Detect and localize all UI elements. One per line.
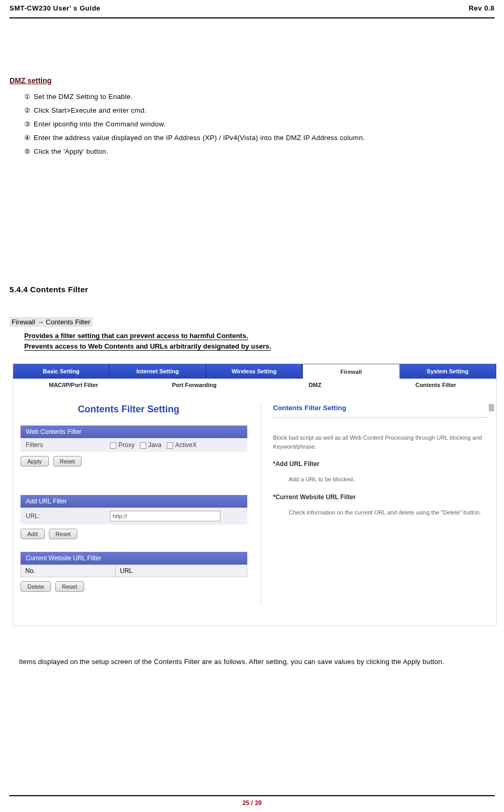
delete-button[interactable]: Delete (21, 581, 51, 592)
help-text-current-url: Check information on the current URL and… (289, 508, 489, 517)
url-row: URL: (21, 508, 247, 524)
tab-wireless-setting[interactable]: Wireless Setting (206, 364, 303, 379)
sub-tabs: MAC/IP/Port Filter Port Forwarding DMZ C… (13, 379, 496, 391)
settings-form: Contents Filter Setting Web Contents Fil… (21, 404, 247, 605)
subtab-dmz[interactable]: DMZ (255, 379, 376, 391)
checkbox-proxy[interactable] (110, 442, 116, 449)
dmz-steps: ①Set the DMZ Setting to Enable. ②Click S… (24, 90, 495, 159)
reset-button-2[interactable]: Reset (49, 529, 78, 539)
page-title: Contents Filter Setting (21, 404, 247, 415)
list-item: ④Enter the address value displayed on th… (24, 131, 495, 145)
help-intro: Block bad script as well as all Web Cont… (273, 433, 489, 451)
url-label: URL: (26, 512, 105, 520)
subtab-contents-filter[interactable]: Contents Filter (376, 379, 497, 391)
checkbox-label: ActiveX (175, 441, 197, 449)
doc-title: SMT-CW230 User' s Guide (9, 4, 100, 12)
footer-rule (9, 795, 495, 796)
top-tabs: Basic Setting Internet Setting Wireless … (13, 364, 496, 379)
help-sub-current-url: *Current Website URL Filter (273, 493, 489, 501)
scrollbar-indicator[interactable] (489, 404, 494, 411)
col-no: No. (21, 565, 116, 577)
add-url-filter-header: Add URL Filter (21, 495, 247, 508)
header-rule (9, 17, 495, 18)
checkbox-label: Java (148, 441, 162, 449)
doc-rev: Rev 0.8 (469, 4, 495, 12)
page-number: 25 / 39 (0, 799, 504, 807)
desc-line-2: Prevents access to Web Contents and URLs… (24, 342, 271, 351)
apply-button[interactable]: Apply (21, 456, 49, 467)
step-text: Click Start>Execute and enter cmd. (34, 106, 146, 114)
col-url: URL (116, 565, 247, 577)
step-num: ⑤ (24, 145, 34, 159)
step-num: ④ (24, 131, 34, 145)
subtab-mac-ip-port-filter[interactable]: MAC/IP/Port Filter (13, 379, 134, 391)
bottom-note: Items displayed on the setup screen of t… (9, 658, 495, 666)
checkbox-activex[interactable] (167, 442, 173, 449)
checkbox-label: Proxy (118, 441, 135, 449)
add-button[interactable]: Add (21, 529, 45, 539)
tab-firewall[interactable]: Firewall (303, 364, 399, 379)
list-item: ②Click Start>Execute and enter cmd. (24, 104, 495, 117)
step-num: ② (24, 104, 34, 117)
reset-button-3[interactable]: Reset (55, 581, 84, 592)
step-text: Click the 'Apply' button. (34, 147, 108, 155)
help-panel: Contents Filter Setting Block bad script… (261, 404, 489, 605)
help-sub-add-url: *Add URL Filter (273, 460, 489, 468)
step-num: ③ (24, 117, 34, 131)
web-contents-filter-header: Web Contents Filter (21, 425, 247, 438)
reset-button[interactable]: Reset (53, 456, 82, 467)
filters-label: Filters (26, 441, 105, 449)
section-heading: 5.4.4 Contents Filter (9, 285, 495, 294)
subtab-port-forwarding[interactable]: Port Forwarding (134, 379, 255, 391)
list-item: ①Set the DMZ Setting to Enable. (24, 90, 495, 104)
step-text: Enter the address value displayed on the… (34, 134, 365, 142)
tab-basic-setting[interactable]: Basic Setting (13, 364, 109, 379)
breadcrumb-text: Firewall → Contents Filter (9, 317, 93, 327)
help-title: Contents Filter Setting (273, 404, 489, 418)
help-text-add-url: Add a URL to be blocked. (289, 475, 489, 484)
current-website-url-filter-header: Current Website URL Filter (21, 552, 247, 565)
desc-line-1: Provides a filter setting that can preve… (24, 332, 248, 340)
filters-row: Filters Proxy Java ActiveX (21, 438, 247, 452)
url-input[interactable] (110, 511, 220, 521)
step-text: Set the DMZ Setting to Enable. (34, 93, 133, 101)
dmz-heading: DMZ setting (9, 76, 495, 85)
list-item: ⑤Click the 'Apply' button. (24, 145, 495, 159)
url-table-header: No. URL (21, 565, 247, 577)
step-text: Enter ipconfig into the Command window. (34, 120, 166, 128)
router-admin-panel: Basic Setting Internet Setting Wireless … (13, 363, 497, 626)
tab-internet-setting[interactable]: Internet Setting (109, 364, 206, 379)
step-num: ① (24, 90, 34, 104)
tab-system-setting[interactable]: System Setting (400, 364, 496, 379)
breadcrumb: Firewall → Contents Filter (9, 317, 495, 326)
checkbox-java[interactable] (140, 442, 146, 449)
list-item: ③Enter ipconfig into the Command window. (24, 117, 495, 131)
